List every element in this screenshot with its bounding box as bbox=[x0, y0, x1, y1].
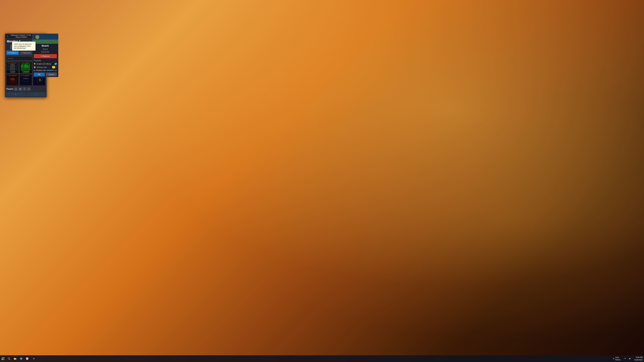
playback-value: 100 bbox=[54, 69, 57, 71]
svg-point-38 bbox=[36, 35, 40, 39]
thumb-label-audiophile: Audiophile bbox=[20, 71, 32, 73]
window-title: Wallpaper Engine 2.0.98 - Steam Edition bbox=[10, 34, 33, 38]
led-effects-row: 💡 Enable LED effects bbox=[32, 62, 58, 65]
cue-badge-arsenal: ✦CUE ENABLED bbox=[7, 62, 17, 64]
thumb-label-arsenal: Arsenal bbox=[6, 71, 18, 73]
playback-slider-container: 100 bbox=[46, 69, 57, 71]
cue-badge-cue1: ✦CUE ENABLED bbox=[7, 75, 17, 76]
wallpaper-name: Beach bbox=[32, 44, 58, 48]
svg-point-30 bbox=[39, 79, 40, 81]
led-effects-label: Enable LED effects bbox=[37, 63, 54, 65]
action-buttons-row: OK Cancel bbox=[32, 72, 58, 77]
svg-text:CORSAIR: CORSAIR bbox=[24, 78, 28, 79]
playback-slider-fill bbox=[46, 70, 54, 70]
wallpaper-thumb-arsenal[interactable]: ✦CUE ENABLED Arsenal bbox=[6, 62, 19, 73]
discover-tooltip: Click here to discover new wallpapers fr… bbox=[12, 41, 36, 51]
preview-thumbnail bbox=[32, 34, 58, 44]
playlist-add-btn[interactable] bbox=[27, 87, 31, 91]
cue-badge-audiophile: ✦CUE ENABLED bbox=[20, 62, 30, 64]
led-icon: 💡 bbox=[34, 63, 36, 65]
bottom-btn-row: ✕ ↑ bbox=[5, 91, 46, 97]
tab-installed[interactable]: ✦ Installed ▾ bbox=[6, 51, 19, 55]
playlist-gear-btn[interactable] bbox=[23, 87, 26, 91]
scheme-color-row: 🎨 Scheme color ▾ bbox=[32, 65, 58, 69]
playlist-folder-btn[interactable] bbox=[14, 87, 18, 91]
cancel-button[interactable]: Cancel bbox=[46, 72, 57, 76]
scheme-color-label: Scheme color bbox=[37, 66, 51, 68]
led-effects-checkbox[interactable] bbox=[54, 63, 57, 65]
remove-from-playlist-button[interactable]: ✕ bbox=[6, 92, 26, 96]
cue-badge-cue2: ✦CUE ENABLED bbox=[20, 75, 30, 76]
playback-rate-label: Playback rate bbox=[36, 69, 46, 71]
ok-button[interactable]: OK bbox=[34, 72, 45, 76]
upload-button[interactable]: ↑ bbox=[26, 92, 46, 96]
color-swatch[interactable] bbox=[52, 66, 55, 68]
collapse-icon[interactable]: » bbox=[6, 34, 9, 38]
wallpaper-thumb-cue2[interactable]: CORSAIR ✦CUE ENABLED bbox=[20, 74, 32, 86]
tab-discover[interactable]: ✦ Discover bbox=[20, 51, 32, 55]
svg-rect-32 bbox=[20, 88, 21, 89]
remove-button[interactable]: ✕ Remove bbox=[34, 54, 57, 58]
playlist-label: Playlist bbox=[6, 88, 13, 90]
preview-panel: Click here to search the Workshop in det… bbox=[32, 33, 58, 77]
svg-point-33 bbox=[24, 89, 25, 89]
wallpaper-thumb-cue1[interactable]: CORSAIR ✦CUE ENABLED bbox=[6, 74, 19, 86]
color-icon: 🎨 bbox=[34, 66, 36, 68]
wallpaper-audience: Everyone bbox=[32, 50, 58, 53]
playback-rate-row: ▶ Playback rate 100 bbox=[32, 69, 58, 72]
properties-header: Properties bbox=[32, 59, 58, 62]
svg-rect-37 bbox=[32, 39, 58, 44]
wallpaper-type: Scene bbox=[32, 48, 58, 50]
svg-rect-31 bbox=[20, 89, 20, 90]
color-chevron-icon[interactable]: ▾ bbox=[56, 66, 57, 68]
playlist-copy-btn[interactable] bbox=[18, 87, 22, 91]
svg-point-24 bbox=[11, 78, 14, 82]
desktop-background bbox=[0, 0, 322, 181]
playlist-row: Playlist bbox=[5, 86, 46, 91]
playback-slider[interactable] bbox=[46, 70, 54, 70]
play-icon: ▶ bbox=[34, 69, 35, 71]
svg-rect-7 bbox=[10, 64, 15, 70]
wallpaper-thumb-audiophile[interactable]: ✦CUE ENABLED Audiophile bbox=[20, 62, 32, 73]
